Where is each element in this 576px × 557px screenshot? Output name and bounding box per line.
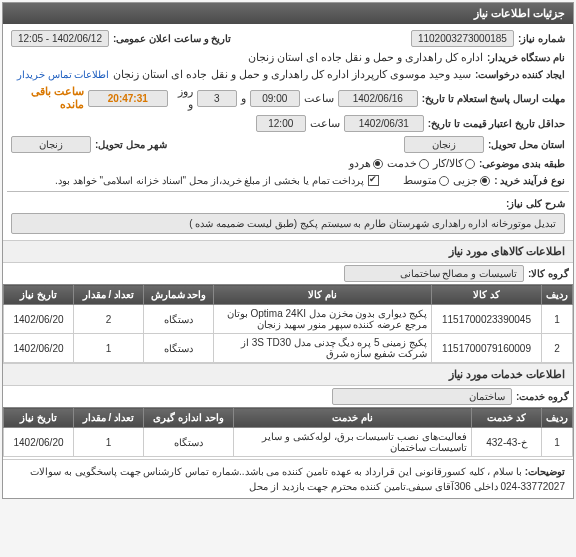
services-table: ردیف کد خدمت نام خدمت واحد اندازه گیری ت… bbox=[3, 407, 573, 457]
buyer-org-label: نام دستگاه خریدار: bbox=[487, 52, 565, 63]
need-no-value: 1102003273000185 bbox=[411, 30, 514, 47]
city-label: شهر محل تحویل: bbox=[95, 139, 167, 150]
scol-code: کد خدمت bbox=[472, 408, 542, 428]
days-sep: و bbox=[241, 92, 246, 105]
pay-note: پرداخت تمام یا بخشی از مبلغ خرید،از محل … bbox=[55, 175, 364, 186]
goods-group-label: گروه کالا: bbox=[528, 268, 569, 279]
col-name: نام کالا bbox=[214, 285, 432, 305]
radio-mid: متوسط bbox=[403, 174, 449, 187]
goods-section-title: اطلاعات کالاهای مورد نیاز bbox=[3, 240, 573, 263]
goods-group-value: تاسیسات و مصالح ساختمانی bbox=[344, 265, 524, 282]
radio-service: خدمت bbox=[387, 157, 429, 170]
scol-name: نام خدمت bbox=[234, 408, 472, 428]
panel-header: جزئیات اطلاعات نیاز bbox=[3, 3, 573, 24]
col-unit: واحد شمارش bbox=[144, 285, 214, 305]
announce-value: 1402/06/12 - 12:05 bbox=[11, 30, 109, 47]
col-qty: تعداد / مقدار bbox=[74, 285, 144, 305]
table-row: 2 1151700079160009 پکیج زمینی 5 پره دیگ … bbox=[4, 334, 573, 363]
announce-label: تاریخ و ساعت اعلان عمومی: bbox=[113, 33, 231, 44]
treasury-check bbox=[368, 175, 379, 186]
scol-qty: تعداد / مقدار bbox=[74, 408, 144, 428]
col-code: کد کالا bbox=[432, 285, 542, 305]
requester-label: ایجاد کننده درخواست: bbox=[475, 69, 565, 80]
need-no-label: شماره نیاز: bbox=[518, 33, 565, 44]
scol-row: ردیف bbox=[542, 408, 573, 428]
days-value: 3 bbox=[197, 90, 237, 107]
hour-label-2: ساعت bbox=[310, 117, 340, 130]
scol-date: تاریخ نیاز bbox=[4, 408, 74, 428]
countdown: 20:47:31 bbox=[88, 90, 168, 107]
radio-goods: کالا/کار bbox=[433, 157, 475, 170]
category-label: طبقه بندی موضوعی: bbox=[479, 158, 565, 169]
deadline-time: 09:00 bbox=[250, 90, 300, 107]
desc-label: شرح کلی نیاز: bbox=[506, 198, 565, 209]
province-value: زنجان bbox=[404, 136, 484, 153]
province-label: استان محل تحویل: bbox=[488, 139, 565, 150]
radio-part: جزیی bbox=[453, 174, 490, 187]
countdown-suffix: ساعت باقی مانده bbox=[11, 85, 84, 111]
days-suffix: روز و bbox=[172, 85, 193, 111]
hour-label-1: ساعت bbox=[304, 92, 334, 105]
desc-value: تبدیل موتورخانه اداره راهداری شهرستان طا… bbox=[11, 213, 565, 234]
requester-value: سید وحید موسوی کارپرداز اداره کل راهداری… bbox=[113, 68, 471, 81]
table-row: 1 1151700023390045 پکیج دیواری بدون مخزن… bbox=[4, 305, 573, 334]
validity-date: 1402/06/31 bbox=[344, 115, 424, 132]
services-group-label: گروه خدمت: bbox=[516, 391, 569, 402]
services-group-value: ساختمان bbox=[332, 388, 512, 405]
advice-text: با سلام ، کلیه کسورقانونی این قرارداد به… bbox=[30, 466, 565, 492]
deadline-date: 1402/06/16 bbox=[338, 90, 418, 107]
validity-time: 12:00 bbox=[256, 115, 306, 132]
goods-table: ردیف کد کالا نام کالا واحد شمارش تعداد /… bbox=[3, 284, 573, 363]
scol-unit: واحد اندازه گیری bbox=[144, 408, 234, 428]
col-date: تاریخ نیاز bbox=[4, 285, 74, 305]
col-row: ردیف bbox=[542, 285, 573, 305]
services-section-title: اطلاعات خدمات مورد نیاز bbox=[3, 363, 573, 386]
advice-label: توضیحات: bbox=[525, 466, 565, 477]
deadline-label: مهلت ارسال پاسخ استعلام تا تاریخ: bbox=[422, 93, 565, 104]
table-row: 1 خ-43-432 فعالیت‌های نصب تاسیسات برق، ل… bbox=[4, 428, 573, 457]
process-label: نوع فرآیند خرید : bbox=[494, 175, 565, 186]
city-value: زنجان bbox=[11, 136, 91, 153]
radio-both: هردو bbox=[349, 157, 383, 170]
contact-link[interactable]: اطلاعات تماس خریدار bbox=[17, 69, 110, 80]
validity-label: حداقل تاریخ اعتبار قیمت تا تاریخ: bbox=[428, 118, 565, 129]
buyer-org-value: اداره کل راهداری و حمل و نقل جاده ای است… bbox=[248, 51, 484, 64]
